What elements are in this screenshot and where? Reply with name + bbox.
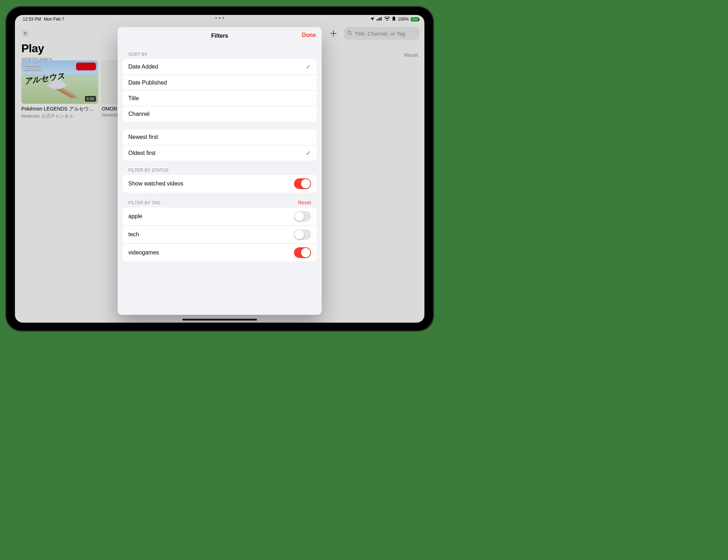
video-duration: 6:06 (85, 96, 96, 102)
multitask-dots[interactable] (215, 17, 224, 19)
status-time: 12:53 PM (23, 17, 41, 22)
svg-rect-3 (381, 17, 381, 21)
video-title: Pokémon LEGENDS アルセウス 紹... (21, 106, 98, 112)
search-input[interactable]: Title, Channel, or Tag (344, 27, 419, 40)
reset-link[interactable]: Reset (404, 52, 418, 58)
search-icon (347, 30, 353, 37)
section-header-tag: FILTER BY TAG (128, 200, 160, 205)
sort-option-title[interactable]: Title (123, 90, 317, 106)
search-placeholder: Title, Channel, or Tag (355, 31, 405, 37)
wifi-icon (384, 17, 390, 22)
sort-option-channel[interactable]: Channel (123, 106, 317, 122)
video-channel: Nintendo 公式チャンネル (21, 113, 98, 119)
section-header-status: FILTER BY STATUS (128, 168, 168, 173)
video-card[interactable]: PokémonLEGENDS アルセウス 6:06 Pokémon LEGEND… (21, 60, 98, 119)
page-title: Play (21, 42, 52, 55)
svg-rect-2 (379, 17, 380, 20)
status-list: Show watched videos (123, 175, 317, 193)
svg-rect-1 (378, 18, 379, 21)
location-icon (370, 17, 374, 22)
status-date: Mon Feb 7 (44, 17, 64, 22)
cellular-icon (376, 17, 382, 22)
done-button[interactable]: Done (302, 32, 316, 38)
svg-rect-0 (376, 19, 377, 20)
svg-point-5 (348, 31, 351, 34)
sort-by-list: Date Added ✓ Date Published Title Channe… (123, 59, 317, 122)
screen: 12:53 PM Mon Feb 7 100% (15, 15, 424, 323)
sheet-title: Filters (211, 33, 228, 39)
sheet-header: Filters Done (118, 27, 322, 45)
sort-order-list: Newest first Oldest first ✓ (123, 129, 317, 161)
tag-list: apple tech videogames (123, 208, 317, 262)
ipad-frame: 12:53 PM Mon Feb 7 100% (6, 7, 433, 330)
check-icon: ✓ (306, 149, 311, 157)
sort-option-date-added[interactable]: Date Added ✓ (123, 59, 317, 75)
nintendo-badge (76, 63, 96, 70)
tag-row-tech: tech (123, 225, 317, 243)
order-newest[interactable]: Newest first (123, 129, 317, 145)
filters-sheet: Filters Done SORT BY Date Added ✓ Date P… (118, 27, 322, 315)
status-bar: 12:53 PM Mon Feb 7 100% (15, 15, 424, 23)
bookmark-icon (392, 17, 396, 22)
tag-toggle-apple[interactable] (294, 211, 311, 222)
app-title-block: Play VIDEOGAMES (21, 42, 52, 62)
tag-row-videogames: videogames (123, 243, 317, 262)
reset-tags-button[interactable]: Reset (298, 200, 311, 205)
battery-percent: 100% (398, 17, 409, 22)
add-button[interactable] (328, 28, 338, 38)
show-watched-row: Show watched videos (123, 175, 317, 193)
section-header-sort: SORT BY (128, 52, 148, 57)
check-icon: ✓ (306, 63, 311, 71)
tag-row-apple: apple (123, 208, 317, 225)
gear-icon[interactable] (20, 28, 31, 39)
show-watched-toggle[interactable] (294, 178, 311, 189)
home-indicator[interactable] (182, 319, 257, 321)
tag-toggle-videogames[interactable] (294, 247, 311, 258)
video-thumb: PokémonLEGENDS アルセウス 6:06 (21, 60, 98, 104)
svg-point-4 (24, 32, 26, 34)
sort-option-date-published[interactable]: Date Published (123, 75, 317, 90)
tag-toggle-tech[interactable] (294, 229, 311, 240)
order-oldest[interactable]: Oldest first ✓ (123, 145, 317, 161)
battery-icon (411, 17, 417, 21)
